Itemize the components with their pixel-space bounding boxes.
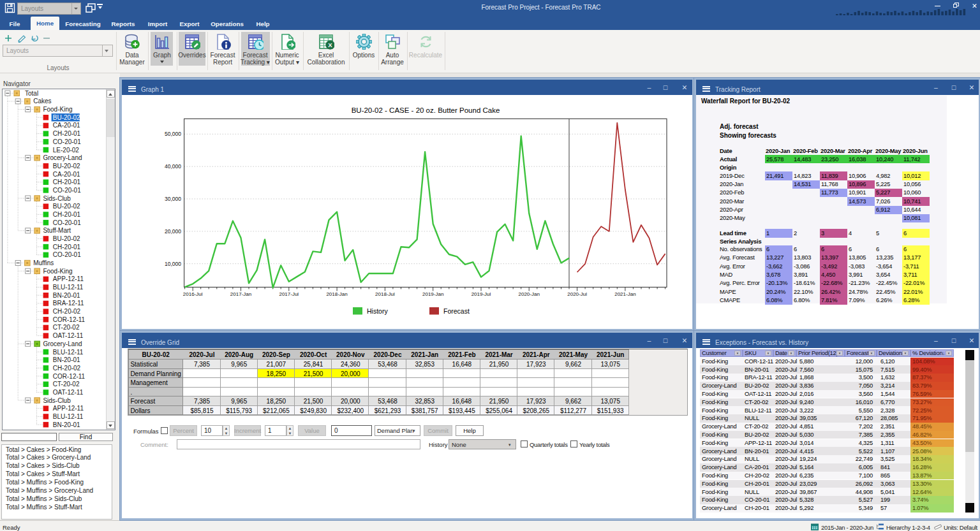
svg-text:APP-12-11: APP-12-11: [53, 275, 84, 282]
svg-text:APP-12-11: APP-12-11: [53, 405, 84, 412]
svg-text:OAT-12-11: OAT-12-11: [53, 332, 84, 339]
svg-text:40,000: 40,000: [165, 163, 181, 170]
svg-text:2020-Jul: 2020-Jul: [567, 291, 587, 297]
svg-text:BLU-12-11: BLU-12-11: [53, 349, 84, 356]
svg-text:CO-20-01: CO-20-01: [53, 251, 81, 258]
svg-text:CA-20-01: CA-20-01: [53, 171, 80, 178]
svg-text:Stuff-Mart: Stuff-Mart: [43, 227, 71, 234]
svg-text:BU-20-02: BU-20-02: [53, 235, 80, 242]
svg-text:History: History: [367, 307, 388, 315]
svg-text:COR-12-11: COR-12-11: [53, 316, 85, 323]
svg-text:OAT-12-11: OAT-12-11: [53, 389, 84, 396]
svg-text:2018-Jan: 2018-Jan: [326, 291, 347, 297]
svg-text:Grocery-Land: Grocery-Land: [43, 340, 82, 347]
svg-text:20,000: 20,000: [165, 228, 181, 235]
svg-text:2016-Jul: 2016-Jul: [183, 291, 203, 297]
svg-text:X: X: [328, 41, 332, 48]
svg-text:Muffins: Muffins: [33, 259, 54, 266]
svg-text:Sids-Club: Sids-Club: [43, 195, 71, 202]
svg-text:CA-20-01: CA-20-01: [53, 122, 80, 129]
svg-text:30,000: 30,000: [165, 196, 181, 202]
svg-text:Sids-Club: Sids-Club: [43, 397, 71, 404]
svg-text:LE-20-02: LE-20-02: [53, 147, 80, 154]
svg-text:2019-Jul: 2019-Jul: [471, 291, 491, 297]
svg-text:10,000: 10,000: [165, 261, 181, 267]
svg-text:2017-Jan: 2017-Jan: [230, 291, 251, 297]
svg-text:BN-20-01: BN-20-01: [53, 292, 80, 299]
svg-text:CH-20-01: CH-20-01: [53, 130, 81, 137]
svg-text:Grocery-Land: Grocery-Land: [43, 154, 82, 161]
svg-text:Food-King: Food-King: [43, 268, 72, 275]
svg-text:CO-20-01: CO-20-01: [53, 187, 81, 194]
svg-text:2019-Jan: 2019-Jan: [422, 291, 443, 297]
svg-text:BU-20-02: BU-20-02: [53, 163, 80, 170]
svg-text:Food-King: Food-King: [43, 106, 72, 113]
svg-text:BN-20-01: BN-20-01: [53, 421, 80, 428]
svg-text:BU-20-02: BU-20-02: [53, 114, 80, 121]
svg-text:2018-Jul: 2018-Jul: [375, 291, 395, 297]
svg-text:CH-20-02: CH-20-02: [53, 365, 81, 372]
svg-text:CH-20-01: CH-20-01: [53, 244, 81, 251]
svg-text:BLU-12-11: BLU-12-11: [53, 284, 84, 291]
svg-text:Cakes: Cakes: [33, 98, 51, 105]
svg-text:Forecast: Forecast: [443, 307, 470, 315]
svg-text:BU-20-02 - CASE - 20 oz. Butte: BU-20-02 - CASE - 20 oz. Butter Pound Ca…: [352, 106, 500, 114]
svg-text:CO-20-01: CO-20-01: [53, 138, 81, 145]
svg-text:BRA-12-11: BRA-12-11: [53, 300, 84, 307]
svg-text:50,000: 50,000: [165, 131, 181, 137]
svg-text:2020-Jan: 2020-Jan: [519, 291, 540, 297]
svg-text:BU-20-02: BU-20-02: [53, 203, 80, 210]
svg-text:Total: Total: [25, 90, 38, 97]
svg-text:CH-20-02: CH-20-02: [53, 308, 81, 315]
svg-text:CH-20-01: CH-20-01: [53, 178, 81, 185]
svg-text:COR-12-11: COR-12-11: [53, 373, 85, 380]
svg-text:2017-Jul: 2017-Jul: [279, 291, 299, 297]
svg-text:CO-20-01: CO-20-01: [53, 219, 81, 226]
svg-text:2021-Jan: 2021-Jan: [614, 291, 635, 297]
svg-text:BN-20-01: BN-20-01: [53, 356, 80, 363]
svg-text:BLU-12-11: BLU-12-11: [53, 413, 84, 420]
svg-text:CT-20-02: CT-20-02: [53, 381, 80, 388]
svg-text:CT-20-02: CT-20-02: [53, 324, 80, 331]
svg-text:CH-20-01: CH-20-01: [53, 211, 81, 218]
